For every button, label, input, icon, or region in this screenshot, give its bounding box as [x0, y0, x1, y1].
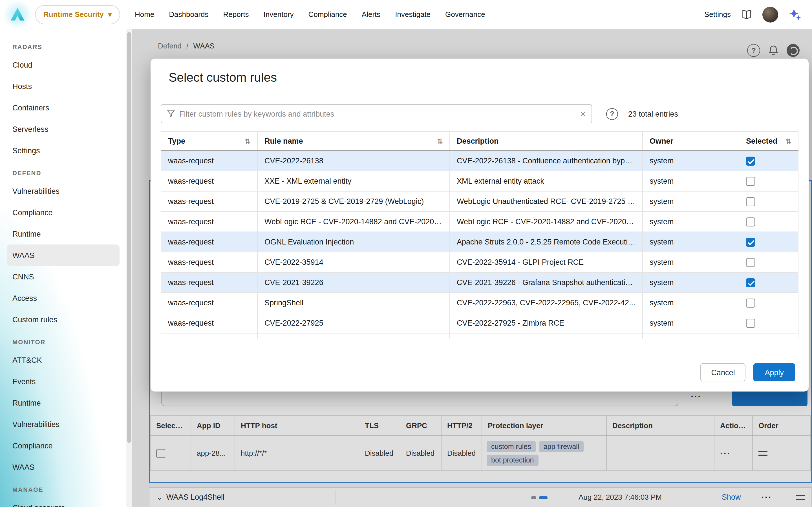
- sidebar-item-cloud[interactable]: Cloud: [0, 54, 126, 75]
- sidebar-item-runtime[interactable]: Runtime: [0, 223, 126, 244]
- filter-funnel-icon: [167, 110, 175, 118]
- rule-row[interactable]: waas-requestCVE-2022-26138CVE-2022-26138…: [161, 151, 798, 171]
- column-header-selected[interactable]: Selected: [739, 131, 798, 151]
- cell-type: waas-request: [161, 191, 257, 212]
- sort-icon[interactable]: [437, 137, 443, 145]
- cell-rule-name: CVE-2021-39226: [257, 272, 450, 293]
- cell-rule-name: WebLogic RCE - CVE-2020-14882 and CVE-20…: [257, 212, 450, 232]
- rule-row[interactable]: waas-requestCVE-2021-39226CVE-2021-39226…: [161, 272, 798, 293]
- column-label: Selected: [746, 137, 777, 145]
- modal-title: Select custom rules: [151, 59, 809, 95]
- column-label: Owner: [650, 137, 673, 145]
- sidebar-item-waas[interactable]: WAAS: [7, 244, 119, 266]
- avatar[interactable]: [762, 6, 778, 22]
- cell-rule-name: CVE-2022-35914: [257, 252, 450, 272]
- sidebar-section-defend: DEFEND: [0, 161, 126, 180]
- nav-item-reports[interactable]: Reports: [223, 0, 249, 29]
- sidebar-scrollbar[interactable]: [126, 29, 132, 507]
- sidebar-item-compliance[interactable]: Compliance: [0, 202, 126, 223]
- column-header-rule-name[interactable]: Rule name: [257, 131, 450, 151]
- rule-row[interactable]: waas-requestSpringShellCVE-2022-22963, C…: [161, 293, 798, 313]
- column-header-owner: Owner: [643, 131, 739, 151]
- product-switcher-label: Runtime Security: [43, 10, 104, 18]
- row-checkbox[interactable]: [746, 298, 755, 307]
- sidebar-item-compliance[interactable]: Compliance: [0, 435, 126, 456]
- row-checkbox[interactable]: [746, 319, 755, 328]
- rule-row[interactable]: waas-requestCVE-2022-35914CVE-2022-35914…: [161, 252, 798, 272]
- clear-filter-icon[interactable]: [580, 110, 586, 118]
- sidebar-item-settings[interactable]: Settings: [0, 140, 126, 161]
- docs-icon[interactable]: [741, 9, 752, 20]
- rule-row[interactable]: waas-requestOGNL Evaluation InjectionApa…: [161, 232, 798, 252]
- row-checkbox[interactable]: [746, 177, 755, 186]
- cell-owner: system: [643, 151, 739, 171]
- rule-row[interactable]: waas-requestXXE - XML external entityXML…: [161, 171, 798, 191]
- main-nav: HomeDashboardsReportsInventoryCompliance…: [135, 0, 698, 29]
- cell-type: waas-request: [161, 252, 257, 272]
- filter-help-icon[interactable]: [606, 108, 618, 120]
- row-checkbox[interactable]: [746, 217, 755, 226]
- sort-icon[interactable]: [245, 137, 250, 145]
- sidebar-section-monitor: MONITOR: [0, 330, 126, 349]
- nav-item-compliance[interactable]: Compliance: [308, 0, 347, 29]
- cell-owner: system: [643, 252, 739, 272]
- cell-owner: system: [643, 232, 739, 252]
- rules-table-body: waas-requestCVE-2022-26138CVE-2022-26138…: [161, 151, 798, 339]
- cell-selected: [739, 313, 798, 333]
- nav-item-home[interactable]: Home: [135, 0, 154, 29]
- sidebar-item-att-ck[interactable]: ATT&CK: [0, 349, 126, 371]
- cell-type: waas-request: [161, 171, 257, 191]
- sidebar-item-containers[interactable]: Containers: [0, 97, 126, 118]
- sidebar-item-cnns[interactable]: CNNS: [0, 266, 126, 287]
- app-logo[interactable]: [7, 4, 28, 25]
- nav-item-inventory[interactable]: Inventory: [264, 0, 294, 29]
- rule-row[interactable]: waas-requestCVE-2019-2725 & CVE-2019-272…: [161, 191, 798, 212]
- rule-row[interactable]: waas-requestWebLogic RCE - CVE-2020-1488…: [161, 212, 798, 232]
- sidebar-item-events[interactable]: Events: [0, 371, 126, 392]
- sidebar-item-hosts[interactable]: Hosts: [0, 75, 126, 97]
- sidebar-item-access[interactable]: Access: [0, 287, 126, 309]
- nav-item-settings[interactable]: Settings: [704, 0, 731, 29]
- apply-button[interactable]: Apply: [753, 363, 795, 381]
- rules-table-head: TypeRule nameDescriptionOwnerSelected: [161, 131, 798, 151]
- sidebar-item-runtime[interactable]: Runtime: [0, 392, 126, 413]
- product-switcher[interactable]: Runtime Security: [35, 5, 120, 24]
- rules-filter-input[interactable]: [179, 110, 575, 118]
- cell-owner: system: [643, 293, 739, 313]
- assistant-sparkle-icon[interactable]: [788, 8, 802, 21]
- cell-selected: [739, 171, 798, 191]
- nav-item-investigate[interactable]: Investigate: [395, 0, 430, 29]
- sidebar-scrollbar-thumb[interactable]: [127, 32, 132, 443]
- nav-item-governance[interactable]: Governance: [445, 0, 485, 29]
- sidebar-item-waas[interactable]: WAAS: [0, 456, 126, 478]
- sidebar-item-vulnerabilities[interactable]: Vulnerabilities: [0, 413, 126, 435]
- sort-icon[interactable]: [785, 137, 791, 145]
- column-header-type[interactable]: Type: [161, 131, 257, 151]
- cell-type: waas-request: [161, 151, 257, 171]
- topbar: Runtime Security HomeDashboardsReportsIn…: [0, 0, 812, 29]
- sidebar-item-custom-rules[interactable]: Custom rules: [0, 309, 126, 330]
- rule-row[interactable]: waas-requestCVE-2022-27925CVE-2022-27925…: [161, 313, 798, 333]
- cell-rule-name: CVE-2022-27925: [257, 313, 450, 333]
- row-checkbox[interactable]: [746, 237, 755, 246]
- cell-selected: [739, 252, 798, 272]
- row-checkbox[interactable]: [746, 258, 755, 267]
- sidebar-item-serverless[interactable]: Serverless: [0, 118, 126, 140]
- rules-table: TypeRule nameDescriptionOwnerSelected wa…: [161, 131, 799, 339]
- cell-description: Apache Struts 2.0.0 - 2.5.25 Remote Code…: [450, 232, 643, 252]
- cell-owner: system: [643, 313, 739, 333]
- sidebar-item-vulnerabilities[interactable]: Vulnerabilities: [0, 180, 126, 202]
- cancel-button[interactable]: Cancel: [700, 363, 746, 381]
- column-label: Type: [168, 137, 185, 145]
- row-checkbox[interactable]: [746, 156, 755, 165]
- row-checkbox[interactable]: [746, 278, 755, 287]
- column-label: Description: [457, 137, 499, 145]
- modal-filter-row: 23 total entries: [151, 95, 809, 123]
- sidebar-item-cloud-accounts[interactable]: Cloud accounts: [0, 497, 126, 507]
- nav-item-alerts[interactable]: Alerts: [362, 0, 380, 29]
- nav-item-dashboards[interactable]: Dashboards: [169, 0, 208, 29]
- cell-description: CVE-2021-39226 - Grafana Snapshot authen…: [450, 272, 643, 293]
- cell-description: CVE-2022-26138 - Confluence authenticati…: [450, 151, 643, 171]
- rules-filter-input-wrap[interactable]: [161, 104, 592, 123]
- row-checkbox[interactable]: [746, 197, 755, 206]
